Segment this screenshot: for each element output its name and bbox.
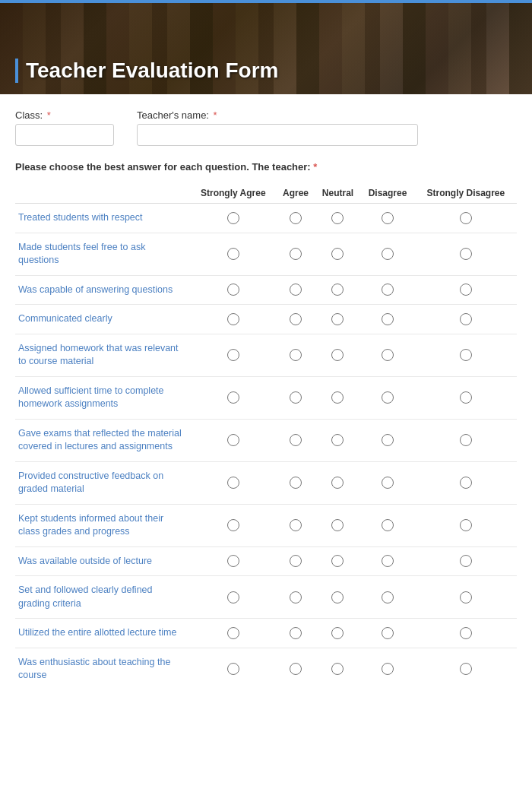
radio-q6-neutral[interactable] (331, 391, 344, 404)
radio-q8-neutral[interactable] (331, 477, 344, 489)
radio-q3-disagree[interactable] (382, 284, 394, 296)
radio-q9-strongly-disagree[interactable] (460, 519, 472, 531)
radio-q3-agree[interactable] (290, 284, 302, 296)
radio-wrapper-q10-disagree (363, 555, 411, 567)
radio-q2-agree[interactable] (290, 248, 302, 260)
radio-q8-strongly-disagree[interactable] (460, 477, 472, 489)
radio-q7-strongly-disagree[interactable] (460, 434, 472, 446)
teacher-required-marker: * (214, 109, 217, 121)
radio-q4-agree[interactable] (290, 313, 302, 325)
cell-q2-strongly-disagree (415, 233, 517, 275)
table-row: Provided constructive feedback on graded… (15, 461, 517, 504)
radio-q9-neutral[interactable] (331, 519, 344, 531)
radio-q3-neutral[interactable] (331, 284, 344, 296)
radio-q8-strongly-agree[interactable] (227, 477, 239, 489)
question-label-q10: Was available outside of lecture (15, 546, 190, 576)
radio-q3-strongly-disagree[interactable] (460, 284, 472, 296)
radio-q12-strongly-agree[interactable] (227, 627, 239, 639)
class-field-group: Class: * (15, 109, 114, 146)
radio-q10-strongly-disagree[interactable] (460, 555, 472, 567)
radio-wrapper-q6-agree (280, 391, 312, 404)
radio-q10-disagree[interactable] (382, 555, 394, 567)
radio-q8-agree[interactable] (290, 477, 302, 489)
radio-q5-strongly-agree[interactable] (227, 349, 239, 361)
radio-q2-neutral[interactable] (331, 248, 344, 260)
class-input[interactable] (15, 124, 114, 146)
radio-wrapper-q11-neutral (318, 591, 358, 604)
radio-q4-neutral[interactable] (331, 313, 344, 325)
question-label-q5: Assigned homework that was relevant to c… (15, 334, 190, 376)
radio-q10-strongly-agree[interactable] (227, 555, 239, 567)
radio-q12-agree[interactable] (290, 627, 302, 639)
table-row: Treated students with respect (15, 204, 517, 233)
table-row: Set and followed clearly defined grading… (15, 576, 517, 619)
cell-q10-agree (277, 546, 315, 576)
radio-q9-strongly-agree[interactable] (227, 519, 239, 531)
radio-q7-agree[interactable] (290, 434, 302, 446)
radio-q12-neutral[interactable] (331, 627, 344, 639)
radio-q7-disagree[interactable] (382, 434, 394, 446)
radio-q2-disagree[interactable] (382, 248, 394, 260)
radio-wrapper-q8-strongly-disagree (418, 477, 514, 489)
radio-q1-agree[interactable] (290, 212, 302, 224)
radio-q13-disagree[interactable] (382, 663, 394, 675)
cell-q8-disagree (360, 461, 414, 504)
radio-q4-strongly-agree[interactable] (227, 313, 239, 325)
radio-q5-disagree[interactable] (382, 349, 394, 361)
radio-q1-strongly-disagree[interactable] (460, 212, 472, 224)
radio-wrapper-q8-agree (280, 477, 312, 489)
cell-q11-disagree (360, 576, 414, 619)
radio-q13-strongly-agree[interactable] (227, 663, 239, 675)
class-label: Class: * (15, 109, 114, 121)
radio-q7-neutral[interactable] (331, 434, 344, 446)
radio-q1-neutral[interactable] (331, 212, 344, 224)
radio-q10-neutral[interactable] (331, 555, 344, 567)
radio-q11-agree[interactable] (290, 591, 302, 604)
radio-q4-disagree[interactable] (382, 313, 394, 325)
radio-q3-strongly-agree[interactable] (227, 284, 239, 296)
radio-q6-strongly-agree[interactable] (227, 391, 239, 404)
radio-q7-strongly-agree[interactable] (227, 434, 239, 446)
radio-wrapper-q1-strongly-agree (193, 212, 274, 224)
radio-q2-strongly-agree[interactable] (227, 248, 239, 260)
radio-q5-strongly-disagree[interactable] (460, 349, 472, 361)
radio-q5-agree[interactable] (290, 349, 302, 361)
radio-q1-disagree[interactable] (382, 212, 394, 224)
question-label-q1: Treated students with respect (15, 204, 190, 233)
radio-q13-agree[interactable] (290, 663, 302, 675)
cell-q6-agree (277, 376, 315, 419)
radio-q11-neutral[interactable] (331, 591, 344, 604)
table-row: Was capable of answering questions (15, 275, 517, 305)
teacher-name-input[interactable] (137, 124, 418, 146)
radio-q12-strongly-disagree[interactable] (460, 627, 472, 639)
radio-q9-agree[interactable] (290, 519, 302, 531)
radio-q11-strongly-disagree[interactable] (460, 591, 472, 604)
cell-q3-agree (277, 275, 315, 305)
radio-wrapper-q8-neutral (318, 477, 358, 489)
radio-q9-disagree[interactable] (382, 519, 394, 531)
radio-q4-strongly-disagree[interactable] (460, 313, 472, 325)
radio-q5-neutral[interactable] (331, 349, 344, 361)
radio-q11-strongly-agree[interactable] (227, 591, 239, 604)
radio-q1-strongly-agree[interactable] (227, 212, 239, 224)
form-fields-row: Class: * Teacher's name: * (15, 109, 517, 146)
radio-q6-agree[interactable] (290, 391, 302, 404)
radio-q13-strongly-disagree[interactable] (460, 663, 472, 675)
cell-q5-disagree (360, 334, 414, 376)
radio-q11-disagree[interactable] (382, 591, 394, 604)
radio-q8-disagree[interactable] (382, 477, 394, 489)
table-row: Assigned homework that was relevant to c… (15, 334, 517, 376)
radio-q10-agree[interactable] (290, 555, 302, 567)
cell-q12-neutral (315, 619, 361, 648)
radio-wrapper-q9-disagree (363, 519, 411, 531)
cell-q12-strongly-disagree (415, 619, 517, 648)
radio-q13-neutral[interactable] (331, 663, 344, 675)
radio-q2-strongly-disagree[interactable] (460, 248, 472, 260)
cell-q8-strongly-agree (190, 461, 277, 504)
radio-q12-disagree[interactable] (382, 627, 394, 639)
radio-wrapper-q1-strongly-disagree (418, 212, 514, 224)
radio-wrapper-q4-strongly-agree (193, 313, 274, 325)
table-header-row: Strongly Agree Agree Neutral Disagree St… (15, 183, 517, 204)
radio-q6-disagree[interactable] (382, 391, 394, 404)
radio-q6-strongly-disagree[interactable] (460, 391, 472, 404)
